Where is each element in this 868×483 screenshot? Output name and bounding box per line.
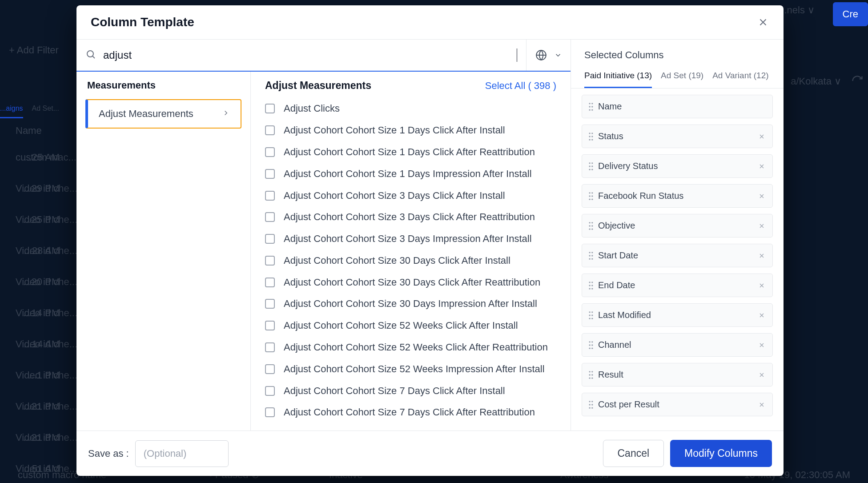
- drag-handle-icon[interactable]: [588, 221, 594, 230]
- checkbox[interactable]: [265, 125, 275, 135]
- locale-dropdown[interactable]: [526, 40, 571, 71]
- selected-column-item[interactable]: Cost per Result: [582, 393, 773, 416]
- checkbox[interactable]: [265, 386, 275, 396]
- remove-column-button[interactable]: [757, 221, 766, 230]
- metric-row[interactable]: Adjust Cohort Cohort Size 30 Days Click …: [265, 271, 556, 293]
- metric-row[interactable]: Adjust Cohort Cohort Size 1 Days Click A…: [265, 120, 556, 141]
- selected-columns-panel: Selected Columns Paid Initiative (13)Ad …: [571, 40, 784, 431]
- svg-point-17: [591, 165, 593, 167]
- drag-handle-icon[interactable]: [588, 370, 594, 379]
- table-row[interactable]: Video id che......29 PM: [16, 173, 77, 204]
- selected-column-item[interactable]: Start Date: [582, 244, 773, 267]
- checkbox[interactable]: [265, 191, 275, 201]
- refresh-icon[interactable]: [851, 75, 864, 89]
- checkbox[interactable]: [265, 234, 275, 244]
- svg-point-47: [591, 314, 593, 316]
- close-button[interactable]: [757, 16, 769, 28]
- remove-column-button[interactable]: [757, 162, 766, 171]
- remove-column-button[interactable]: [757, 370, 766, 379]
- selected-column-item[interactable]: Last Modified: [582, 303, 773, 327]
- table-row[interactable]: Video id che......14 PM: [16, 298, 77, 329]
- metric-row[interactable]: Adjust Cohort Cohort Size 52 Weeks Click…: [265, 315, 556, 337]
- save-as-input[interactable]: [135, 440, 229, 467]
- checkbox[interactable]: [265, 147, 275, 157]
- metric-row[interactable]: Adjust Clicks: [265, 98, 556, 120]
- row-time: ...1 PM: [28, 370, 60, 381]
- metric-row[interactable]: Adjust Cohort Cohort Size 7 Days Click A…: [265, 402, 556, 423]
- metric-row[interactable]: Adjust Cohort Cohort Size 1 Days Click A…: [265, 141, 556, 163]
- remove-column-button[interactable]: [757, 281, 766, 290]
- checkbox[interactable]: [265, 407, 275, 417]
- table-row[interactable]: Video id che......28 AM: [16, 235, 77, 266]
- table-row[interactable]: Video id che......25 PM: [16, 204, 77, 235]
- tab-adsets[interactable]: Ad Set...: [32, 100, 59, 118]
- selected-column-label: Status: [598, 131, 753, 141]
- drag-handle-icon[interactable]: [588, 281, 594, 290]
- drag-handle-icon[interactable]: [588, 132, 594, 141]
- channels-dropdown[interactable]: ...nels ∨: [779, 4, 815, 16]
- checkbox[interactable]: [265, 364, 275, 374]
- search-box[interactable]: adjust: [76, 40, 526, 71]
- metric-row[interactable]: Adjust Cohort Cohort Size 1 Days Impress…: [265, 163, 556, 185]
- timezone-dropdown[interactable]: a/Kolkata ∨: [791, 76, 841, 87]
- table-row[interactable]: Video id che......21 PM: [16, 422, 77, 453]
- metric-row[interactable]: Adjust Cohort Cohort Size 7 Days Click A…: [265, 380, 556, 402]
- checkbox[interactable]: [265, 212, 275, 222]
- selected-column-item[interactable]: Status: [582, 125, 773, 148]
- metric-label: Adjust Cohort Cohort Size 30 Days Click …: [284, 255, 510, 266]
- selected-column-item[interactable]: Facebook Run Status: [582, 184, 773, 208]
- metric-row[interactable]: Adjust Cohort Cohort Size 30 Days Impres…: [265, 293, 556, 315]
- remove-column-button[interactable]: [757, 251, 766, 260]
- checkbox[interactable]: [265, 321, 275, 330]
- create-button[interactable]: Cre: [833, 2, 868, 26]
- checkbox[interactable]: [265, 256, 275, 266]
- selected-column-item[interactable]: Objective: [582, 214, 773, 237]
- category-item-adjust-measurements[interactable]: Adjust Measurements: [85, 99, 241, 129]
- selected-column-item[interactable]: Channel: [582, 333, 773, 357]
- drag-handle-icon[interactable]: [588, 341, 594, 350]
- table-row[interactable]: Video id che......14 AM: [16, 329, 77, 360]
- selected-column-item[interactable]: Delivery Status: [582, 154, 773, 178]
- svg-point-41: [591, 285, 593, 286]
- checkbox[interactable]: [265, 342, 275, 352]
- remove-column-button[interactable]: [757, 132, 766, 141]
- table-row[interactable]: Video id che......21 PM: [16, 391, 77, 422]
- metric-row[interactable]: Adjust Cohort Cohort Size 30 Days Click …: [265, 250, 556, 271]
- metric-row[interactable]: Adjust Cohort Cohort Size 3 Days Click A…: [265, 206, 556, 228]
- selected-tab[interactable]: Ad Variant (12): [712, 66, 768, 88]
- drag-handle-icon[interactable]: [588, 400, 594, 409]
- table-row[interactable]: Video id che......1 PM: [16, 360, 77, 391]
- drag-handle-icon[interactable]: [588, 162, 594, 171]
- remove-column-button[interactable]: [757, 311, 766, 320]
- tab-campaigns[interactable]: ...aigns: [0, 100, 23, 118]
- search-input[interactable]: adjust: [103, 49, 518, 61]
- table-row[interactable]: Video id che......20 PM: [16, 266, 77, 298]
- add-filter-button[interactable]: + Add Filter: [9, 44, 59, 56]
- metric-row[interactable]: Adjust Cohort Cohort Size 3 Days Click A…: [265, 185, 556, 206]
- selected-tab[interactable]: Paid Initiative (13): [584, 66, 652, 88]
- metric-row[interactable]: Adjust Cohort Cohort Size 52 Weeks Impre…: [265, 358, 556, 380]
- checkbox[interactable]: [265, 104, 275, 113]
- remove-column-button[interactable]: [757, 192, 766, 201]
- checkbox[interactable]: [265, 299, 275, 309]
- metric-row[interactable]: Adjust Cohort Cohort Size 3 Days Impress…: [265, 228, 556, 250]
- remove-column-button[interactable]: [757, 341, 766, 350]
- checkbox[interactable]: [265, 169, 275, 179]
- svg-point-38: [589, 282, 590, 283]
- selected-column-item[interactable]: End Date: [582, 274, 773, 297]
- drag-handle-icon[interactable]: [588, 251, 594, 260]
- drag-handle-icon[interactable]: [588, 102, 594, 111]
- modify-columns-button[interactable]: Modify Columns: [670, 440, 772, 467]
- checkbox[interactable]: [265, 278, 275, 287]
- selected-tab[interactable]: Ad Set (19): [661, 66, 703, 88]
- remove-column-button[interactable]: [757, 400, 766, 409]
- selected-column-item[interactable]: Result: [582, 363, 773, 386]
- cancel-button[interactable]: Cancel: [603, 440, 664, 467]
- selected-column-label: Result: [598, 370, 753, 380]
- table-row[interactable]: custom mac......25 AM: [16, 142, 77, 173]
- drag-handle-icon[interactable]: [588, 311, 594, 320]
- selected-column-item[interactable]: Name: [582, 95, 773, 118]
- metric-row[interactable]: Adjust Cohort Cohort Size 52 Weeks Click…: [265, 337, 556, 358]
- drag-handle-icon[interactable]: [588, 192, 594, 201]
- select-all-button[interactable]: Select All ( 398 ): [485, 80, 556, 92]
